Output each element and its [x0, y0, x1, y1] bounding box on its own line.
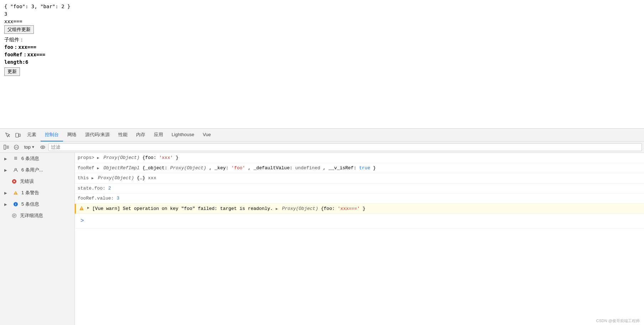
fooref-label: fooRef — [78, 165, 97, 171]
console-toolbar: top ▼ — [0, 141, 644, 153]
filter-input[interactable] — [48, 143, 642, 151]
sidebar-toggle-btn[interactable] — [2, 143, 11, 151]
messages-label: 6 条消息 — [21, 155, 39, 162]
tab-sources[interactable]: 源代码/来源 — [81, 129, 114, 141]
console-row-fooref-value-content: fooRef.value: 3 — [78, 195, 641, 202]
fooref-content: {_object: — [142, 165, 170, 171]
tab-sources-label: 源代码/来源 — [85, 131, 110, 138]
console-row-vue-warn: ▶ [Vue warn] Set operation on key "foo" … — [75, 204, 644, 214]
console-row-this-content: this ▶ Proxy(Object) {…} xxx — [78, 175, 641, 182]
svg-point-9 — [41, 146, 45, 149]
this-expand-icon[interactable]: ▶ — [92, 176, 94, 180]
console-row-vue-warn-content: ▶ [Vue warn] Set operation on key "foo" … — [79, 205, 641, 212]
tab-memory-label: 内存 — [136, 131, 145, 138]
fooref-key-value: 'foo' — [231, 165, 245, 171]
context-arrow-icon: ▼ — [31, 145, 35, 149]
svg-point-10 — [42, 146, 43, 148]
tab-network[interactable]: 网络 — [63, 129, 81, 141]
sidebar-item-info[interactable]: ▶ 5 条信息 — [0, 198, 74, 210]
props-expand-icon[interactable]: ▶ — [97, 156, 99, 160]
console-row-fooref-content: fooRef ▶ ObjectRefImpl {_object: Proxy(O… — [78, 165, 641, 172]
console-prompt-row: > — [75, 214, 644, 228]
props-brace-open: {foo: — [142, 155, 159, 160]
warn-brace-open: {foo: — [321, 206, 338, 211]
console-row-state-foo: state.foo: 2 — [75, 184, 644, 194]
objectrefimpl-label: ObjectRefImpl — [103, 165, 142, 171]
console-output: props> ▶ Proxy(Object) {foo: 'xxx' } foo… — [75, 153, 644, 325]
sidebar-item-warnings[interactable]: ▶ 1 条警告 — [0, 187, 74, 198]
warn-brace-close: } — [363, 206, 365, 211]
tab-vue[interactable]: Vue — [198, 129, 215, 141]
svg-point-23 — [15, 203, 16, 204]
parent-update-button[interactable]: 父组件更新 — [4, 25, 34, 34]
vue-warn-text: [Vue warn] Set operation on key "foo" fa… — [92, 205, 365, 212]
fooref-label: fooRef： — [4, 52, 27, 57]
fooref-value-label: fooRef.value: — [78, 196, 116, 201]
device-toolbar-icon-btn[interactable] — [13, 130, 23, 140]
line-number: 3 — [4, 10, 640, 18]
page-content: { "foo": 3, "bar": 2 } 3 xxx=== 父组件更新 子组… — [0, 0, 644, 128]
tab-lighthouse[interactable]: Lighthouse — [167, 129, 199, 141]
tab-lighthouse-label: Lighthouse — [172, 132, 194, 137]
fooref-value: xxx=== — [27, 52, 46, 57]
tab-application[interactable]: 应用 — [150, 129, 167, 141]
update-button[interactable]: 更新 — [4, 67, 20, 76]
sidebar-item-user[interactable]: ▶ 6 条用户... — [0, 164, 74, 176]
console-body: ▶ 6 条消息 ▶ 6 条用户. — [0, 153, 644, 325]
svg-point-30 — [81, 209, 82, 210]
svg-rect-3 — [4, 145, 6, 149]
fooref-isref-value: true — [359, 165, 370, 171]
fooref-default-label: , _defaultValue: — [248, 165, 295, 171]
tab-console[interactable]: 控制台 — [41, 129, 63, 141]
eye-filter-btn[interactable] — [38, 143, 47, 151]
context-label: top — [24, 144, 31, 150]
fooref-expand-icon[interactable]: ▶ — [97, 166, 99, 170]
list-icon — [13, 156, 19, 161]
verbose-icon — [11, 213, 17, 218]
warnings-arrow-icon: ▶ — [4, 191, 9, 195]
length-line: length:6 — [4, 58, 640, 66]
props-brace-close: } — [176, 155, 178, 160]
devtools-panel: 元素 控制台 网络 源代码/来源 性能 内存 应用 Lighthouse Vue — [0, 128, 644, 325]
tab-memory[interactable]: 内存 — [132, 129, 150, 141]
tab-console-label: 控制台 — [45, 131, 59, 138]
proxy-obj2: Proxy(Object) — [170, 165, 206, 171]
errors-label: 无错误 — [20, 178, 34, 185]
console-sidebar: ▶ 6 条消息 ▶ 6 条用户. — [0, 153, 75, 325]
tab-vue-label: Vue — [203, 132, 211, 137]
console-row-state-foo-content: state.foo: 2 — [78, 185, 641, 192]
warning-icon — [13, 190, 19, 196]
sidebar-item-messages[interactable]: ▶ 6 条消息 — [0, 153, 74, 164]
tab-elements-label: 元素 — [27, 131, 36, 138]
proxy-object-label: Proxy(Object) — [103, 155, 142, 160]
child-label: 子组件： — [4, 36, 640, 43]
inspect-icon-btn[interactable] — [3, 130, 13, 140]
user-icon — [13, 167, 19, 173]
console-row-props: props> ▶ Proxy(Object) {foo: 'xxx' } — [75, 153, 644, 163]
info-icon — [13, 201, 19, 207]
state-foo-value: 2 — [108, 186, 111, 191]
verbose-label: 无详细消息 — [20, 212, 43, 219]
console-row-props-content: props> ▶ Proxy(Object) {foo: 'xxx' } — [78, 154, 641, 161]
line-xxx: xxx=== — [4, 18, 640, 25]
clear-console-btn[interactable] — [12, 143, 21, 151]
console-row-fooref: fooRef ▶ ObjectRefImpl {_object: Proxy(O… — [75, 163, 644, 174]
tab-performance-label: 性能 — [118, 131, 128, 138]
this-xxx: xxx — [148, 175, 156, 181]
tab-performance[interactable]: 性能 — [114, 129, 132, 141]
warnings-label: 1 条警告 — [21, 190, 39, 196]
tab-elements[interactable]: 元素 — [23, 129, 41, 141]
user-label: 6 条用户... — [21, 167, 43, 173]
fooref-line: fooRef：xxx=== — [4, 51, 640, 58]
warn-triangle-icon — [79, 205, 84, 211]
context-selector[interactable]: top ▼ — [22, 144, 37, 150]
warn-expand-icon[interactable]: ▶ — [87, 205, 89, 211]
proxy-expand-icon[interactable]: ▶ — [276, 207, 278, 211]
sidebar-item-errors[interactable]: 无错误 — [0, 176, 74, 187]
vue-warn-msg: [Vue warn] Set operation on key "foo" fa… — [92, 206, 276, 211]
svg-line-0 — [8, 135, 10, 137]
svg-point-20 — [15, 194, 16, 194]
sidebar-item-verbose[interactable]: 无详细消息 — [0, 210, 74, 221]
fooref-close: } — [373, 165, 376, 171]
console-row-this: this ▶ Proxy(Object) {…} xxx — [75, 173, 644, 184]
